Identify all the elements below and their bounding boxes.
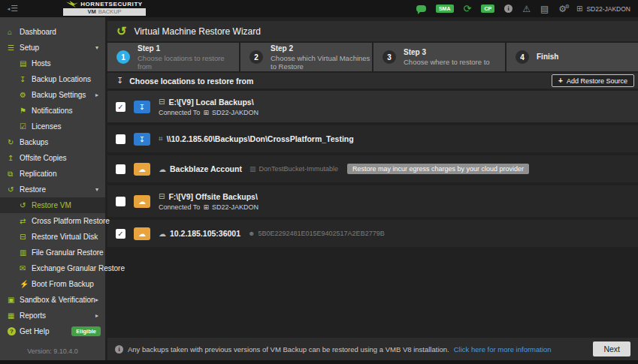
- row-title-line: ☁Backblaze Account▥DonTestBucket-Immutab…: [159, 164, 529, 174]
- row-checkbox[interactable]: ✓: [116, 102, 125, 112]
- add-restore-source-button[interactable]: + Add Restore Source: [552, 74, 634, 87]
- cloud-source-icon: ☁: [134, 163, 150, 176]
- settings-gears-icon[interactable]: ⚙: [558, 5, 567, 14]
- wizard-title-bar: ↺ Virtual Machine Restore Wizard: [107, 21, 638, 41]
- sidebar-item-offsite-copies[interactable]: ↥Offsite Copies: [0, 150, 105, 166]
- sidebar-item-dashboard[interactable]: ⌂Dashboard: [0, 24, 105, 40]
- sidebar-item-restore[interactable]: ↺Restore▾: [0, 182, 105, 197]
- sidebar-item-cross-platform-restore[interactable]: ⇄Cross Platform Restore: [0, 213, 105, 229]
- sidebar-item-label: Replication: [20, 170, 56, 178]
- sidebar-item-label: Exchange Granular Restore: [32, 264, 125, 272]
- sidebar-item-replication[interactable]: ⧉Replication: [0, 166, 105, 182]
- sidebar-item-get-help[interactable]: ?Get HelpEligible: [0, 323, 105, 339]
- sync-icon[interactable]: ⟳: [464, 4, 472, 14]
- chevron-down-icon: ▾: [95, 44, 98, 51]
- row-text: ☁10.2.185.105:36001☻5B0E2292481E015E9402…: [159, 229, 385, 238]
- restore-source-row[interactable]: ↧⌗\\10.2.185.60\Backups\Don\CrossPlatfor…: [107, 125, 638, 152]
- more-information-link[interactable]: Click here for more information: [454, 345, 552, 353]
- next-button[interactable]: Next: [593, 341, 630, 356]
- restore-source-row[interactable]: ☁⊟F:\[V9] Offsite Backups\Connected To⊞S…: [107, 185, 638, 217]
- step-number-badge: 3: [382, 50, 396, 64]
- step-subtitle: Choose where to restore to: [404, 58, 490, 66]
- step-subtitle: Choose locations to restore from: [138, 54, 239, 71]
- chat-icon[interactable]: [416, 5, 426, 12]
- connected-line: Connected To⊞SD22-JAKDON: [159, 109, 259, 116]
- sidebar-item-backup-settings[interactable]: ⚙Backup Settings▸: [0, 87, 105, 103]
- backup-locations-icon: ↧: [20, 75, 32, 83]
- sidebar-item-reports[interactable]: ▦Reports▸: [0, 308, 105, 323]
- wizard-step-1[interactable]: 1Step 1Choose locations to restore from: [107, 43, 239, 71]
- step-title: Step 2: [271, 44, 372, 53]
- restore-source-row[interactable]: ☁☁Backblaze Account▥DonTestBucket-Immuta…: [107, 155, 638, 182]
- step-text: Step 3Choose where to restore to: [404, 48, 490, 66]
- sidebar-item-backups[interactable]: ↻Backups: [0, 134, 105, 150]
- wizard-step-4[interactable]: 4Finish: [506, 43, 638, 71]
- wizard-step-3[interactable]: 3Step 3Choose where to restore to: [373, 43, 505, 71]
- restore-source-row[interactable]: ✓↧⊟E:\[V9] Local Backups\Connected To⊞SD…: [107, 91, 638, 122]
- sidebar-item-boot-from-backup[interactable]: ⚡Boot From Backup: [0, 276, 105, 292]
- sidebar-item-label: Restore Virtual Disk: [32, 233, 98, 241]
- row-checkbox[interactable]: [116, 134, 125, 144]
- sidebar-item-setup[interactable]: ☰Setup▾: [0, 40, 105, 56]
- chevron-right-icon: ▸: [95, 312, 98, 319]
- footer-info-icon: i: [115, 345, 123, 353]
- menu-icon: ☰: [11, 4, 18, 14]
- sandbox-icon: ▣: [8, 296, 20, 304]
- tasks-icon[interactable]: ▤: [540, 5, 549, 14]
- source-detail: ▥DonTestBucket-Immutable: [249, 165, 338, 173]
- egress-charges-tooltip: Restore may incur egress charges by your…: [347, 164, 529, 174]
- restore-source-list: ✓↧⊟E:\[V9] Local Backups\Connected To⊞SD…: [107, 91, 638, 247]
- row-checkbox[interactable]: [116, 164, 125, 174]
- sidebar-item-restore-virtual-disk[interactable]: ⊟Restore Virtual Disk: [0, 229, 105, 245]
- licenses-icon: ☑: [20, 122, 32, 131]
- sidebar-item-label: Notifications: [32, 107, 72, 115]
- cloud-icon: ☁: [159, 230, 166, 238]
- sidebar-item-sandbox-verification[interactable]: ▣Sandbox & Verification▸: [0, 292, 105, 308]
- topbar-icons: SMA ⟳ CP i ⚠ ▤ ⚙ ⊞ SD22-JAKDON: [416, 4, 638, 14]
- info-icon[interactable]: i: [504, 5, 513, 13]
- sidebar-item-restore-vm[interactable]: ↺Restore VM: [0, 197, 105, 213]
- row-checkbox[interactable]: [116, 197, 125, 206]
- sma-badge[interactable]: SMA: [436, 5, 454, 13]
- connected-line: Connected To⊞SD22-JAKDON: [159, 203, 259, 211]
- brand-logo: HORNETSECURITY VM BACKUP: [63, 1, 146, 16]
- source-detail-text: 5B0E2292481E015E9402517A2EB2779B: [259, 230, 385, 237]
- step-title: Step 3: [404, 48, 490, 56]
- replication-icon: ⧉: [8, 170, 20, 179]
- cloud-source-icon: ☁: [134, 227, 150, 240]
- sidebar-item-label: Backup Settings: [32, 91, 86, 99]
- sidebar-collapse-button[interactable]: ◂ ☰: [0, 4, 26, 14]
- sidebar-item-licenses[interactable]: ☑Licenses: [0, 119, 105, 134]
- source-detail-text: DonTestBucket-Immutable: [259, 165, 338, 173]
- sidebar-item-backup-locations[interactable]: ↧Backup Locations: [0, 71, 105, 87]
- sidebar-item-label: Reports: [20, 311, 46, 320]
- cp-badge[interactable]: CP: [481, 5, 494, 13]
- sidebar-item-file-granular-restore[interactable]: ▥File Granular Restore: [0, 245, 105, 260]
- chevron-right-icon: ▸: [95, 296, 98, 303]
- brand-product: VM BACKUP: [63, 8, 146, 16]
- offsite-copies-icon: ↥: [8, 154, 20, 162]
- restore-vm-icon: ↺: [20, 201, 32, 209]
- row-checkbox[interactable]: ✓: [116, 229, 125, 239]
- cloud-icon: ☁: [159, 165, 166, 173]
- connected-prefix: Connected To: [159, 109, 200, 116]
- sidebar-item-label: Backup Locations: [32, 75, 91, 83]
- main-content: ↺ Virtual Machine Restore Wizard 1Step 1…: [105, 17, 638, 360]
- wizard-step-2[interactable]: 2Step 2Choose which Virtual Machines to …: [240, 43, 372, 71]
- sidebar-item-label: Boot From Backup: [32, 280, 94, 288]
- restore-source-row[interactable]: ✓☁☁10.2.185.105:36001☻5B0E2292481E015E94…: [107, 220, 638, 247]
- step-number-badge: 1: [116, 50, 130, 64]
- sidebar-item-exchange-granular-restore[interactable]: ✉Exchange Granular Restore: [0, 260, 105, 276]
- sidebar-item-hosts[interactable]: ▤Hosts: [0, 56, 105, 71]
- step-title: Finish: [537, 53, 558, 61]
- alerts-icon[interactable]: ⚠: [522, 5, 531, 14]
- footer-bar: i Any backups taken with previous versio…: [107, 338, 638, 360]
- row-text: ⊟E:\[V9] Local Backups\Connected To⊞SD22…: [159, 98, 259, 116]
- connected-machine: SD22-JAKDON: [212, 109, 259, 116]
- version-label: Version: 9.10.4.0: [0, 347, 105, 355]
- page-title: Virtual Machine Restore Wizard: [134, 26, 261, 37]
- boot-from-backup-icon: ⚡: [20, 280, 32, 288]
- sidebar-item-notifications[interactable]: ⚑Notifications: [0, 103, 105, 119]
- machine-menu[interactable]: ⊞ SD22-JAKDON: [576, 5, 630, 13]
- backup-settings-icon: ⚙: [20, 91, 32, 99]
